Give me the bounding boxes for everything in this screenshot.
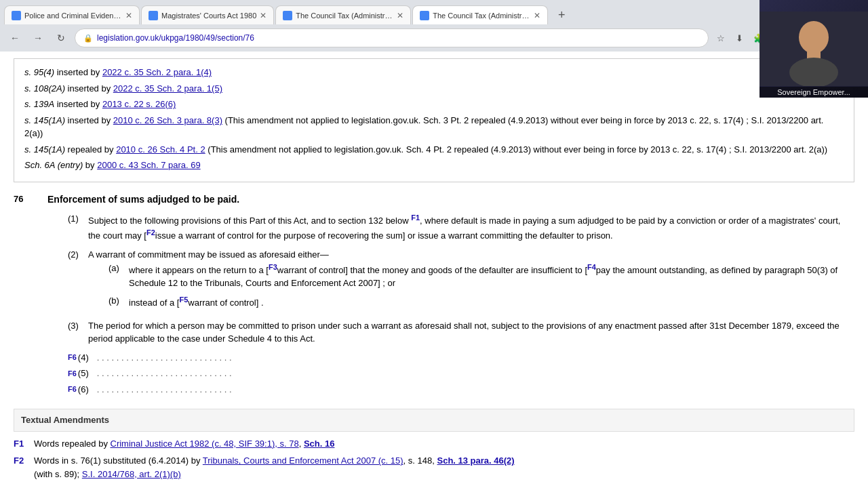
para-num-3: (3) [68,319,88,346]
para-num-1: (1) [68,212,88,243]
section-content: Enforcement of sums adjudged to be paid.… [47,192,854,399]
section-heading: Enforcement of sums adjudged to be paid. [47,194,239,205]
ta-link-f1-1[interactable]: Criminal Justice Act 1982 (c. 48, SIF 39… [111,439,299,449]
footnote-f5[interactable]: F5 [179,296,188,304]
footnote-f2[interactable]: F2 [146,228,155,237]
svg-point-1 [799,21,829,54]
s-ref-1: s. 95(4) [24,67,54,77]
para-2-intro: A warrant of commitment may be issued as… [88,249,329,260]
ta-link-f2-1[interactable]: Tribunals, Courts and Enforcement Act 20… [203,455,403,466]
tab-close-4[interactable]: ✕ [534,11,540,20]
sub-para-num-b: (b) [108,294,129,310]
sub-para-text-b: instead of a [F5warrant of control] . [129,294,854,310]
reload-button[interactable]: ↻ [52,28,71,47]
para-text-1: Subject to the following provisions of t… [88,212,854,243]
lock-icon: 🔒 [83,34,93,43]
save-button[interactable]: ⬇ [732,30,748,46]
footnote-f6-6[interactable]: F6 [68,384,77,395]
s-ref-3: s. 139A [24,99,54,109]
tab-4[interactable]: The Council Tax (Administrat... ✕ [412,5,548,24]
para-num-5: (5) [78,367,97,380]
dots-5: . . . . . . . . . . . . . . . . . . . . … [97,367,232,380]
ta-ref-f1[interactable]: F1 [14,437,34,451]
ta-row-f2: F2 Words in s. 76(1) substituted (6.4.20… [14,454,854,481]
tab-1[interactable]: Police and Criminal Evidence... ✕ [4,5,140,24]
para-text-2: A warrant of commitment may be issued as… [88,248,854,314]
tab-close-3[interactable]: ✕ [397,11,403,20]
para-3: (3) The period for which a person may be… [68,319,854,346]
footnote-f6-4[interactable]: F6 [68,352,77,363]
ta-text-f2: Words in s. 76(1) substituted (6.4.2014)… [34,454,854,481]
url-text: legislation.gov.uk/ukpga/1980/49/section… [97,33,700,43]
url-bar[interactable]: 🔒 legislation.gov.uk/ukpga/1980/49/secti… [75,28,709,47]
tab-favicon-3 [283,11,292,20]
address-bar: ← → ↻ 🔒 legislation.gov.uk/ukpga/1980/49… [0,24,868,52]
tab-2[interactable]: Magistrates' Courts Act 1980 ✕ [141,5,274,24]
para-num-6: (6) [78,383,97,396]
content-area: s. 95(4) inserted by 2022 c. 35 Sch. 2 p… [0,52,868,488]
main-area: s. 95(4) inserted by 2022 c. 35 Sch. 2 p… [0,52,868,488]
amendment-line-1: s. 95(4) inserted by 2022 c. 35 Sch. 2 p… [24,66,844,79]
tab-favicon-1 [12,11,21,20]
textual-amendments-title: Textual Amendments [14,409,854,432]
sub-para-num-a: (a) [108,262,129,290]
back-button[interactable]: ← [5,28,24,47]
ta-link-f2-2[interactable]: Sch. 13 para. 46(2) [437,455,514,466]
video-person: Sovereign Empower... [760,0,868,98]
browser-chrome: Police and Criminal Evidence... ✕ Magist… [0,0,868,52]
footnote-para-6: F6 (6) . . . . . . . . . . . . . . . . .… [68,383,854,396]
footnote-f4[interactable]: F4 [587,263,596,271]
footnote-para-4: F6 (4) . . . . . . . . . . . . . . . . .… [68,351,854,365]
amendment-link-2[interactable]: 2022 c. 35 Sch. 2 para. 1(5) [113,83,222,94]
para-num-2: (2) [68,248,88,314]
tab-close-2[interactable]: ✕ [260,11,267,20]
tab-favicon-4 [420,11,429,20]
person-svg [760,12,868,86]
tab-bar: Police and Criminal Evidence... ✕ Magist… [0,0,868,24]
tab-label-4: The Council Tax (Administrat... [433,12,530,20]
section-number: 76 [14,192,47,206]
forward-button[interactable]: → [28,28,47,47]
section-76: 76 Enforcement of sums adjudged to be pa… [14,192,854,399]
amendment-link-6[interactable]: 2000 c. 43 Sch. 7 para. 69 [97,160,201,170]
amendment-link-1[interactable]: 2022 c. 35 Sch. 2 para. 1(4) [102,67,212,77]
s-ref-2: s. 108(2A) [24,83,65,94]
amendment-link-5[interactable]: 2010 c. 26 Sch. 4 Pt. 2 [116,144,205,155]
star-button[interactable]: ☆ [713,30,729,46]
para-num-4: (4) [78,351,97,365]
video-overlay: Sovereign Empower... [760,0,868,98]
textual-amendments: Textual Amendments F1 Words repealed by … [14,409,854,481]
tab-close-1[interactable]: ✕ [125,11,132,20]
para-1: (1) Subject to the following provisions … [68,212,854,243]
ta-ref-f2[interactable]: F2 [14,454,34,481]
footnote-f3[interactable]: F3 [269,263,277,271]
tab-label-2: Magistrates' Courts Act 1980 [161,12,256,20]
tab-3[interactable]: The Council Tax (Administrat... ✕ [275,5,411,24]
legislation-content: s. 95(4) inserted by 2022 c. 35 Sch. 2 p… [0,52,868,488]
s-ref-6: Sch. 6A (entry) [24,160,83,170]
section-body: (1) Subject to the following provisions … [68,212,854,396]
footnote-f1[interactable]: F1 [411,214,420,222]
footnote-f6-5[interactable]: F6 [68,368,77,380]
amendment-line-3: s. 139A inserted by 2013 c. 22 s. 26(6) [24,98,844,111]
tab-label-1: Police and Criminal Evidence... [24,12,122,20]
para-2: (2) A warrant of commitment may be issue… [68,248,854,314]
amendment-line-5: s. 145(1A) repealed by 2010 c. 26 Sch. 4… [24,143,844,157]
ta-text-f1: Words repealed by Criminal Justice Act 1… [34,437,854,451]
amendment-link-3[interactable]: 2013 c. 22 s. 26(6) [102,99,176,109]
para-text-3: The period for which a person may be com… [88,319,854,346]
tab-favicon-2 [149,11,158,20]
tab-label-3: The Council Tax (Administrat... [296,12,393,20]
new-tab-button[interactable]: + [552,5,571,24]
ta-row-f1: F1 Words repealed by Criminal Justice Ac… [14,437,854,451]
dots-4: . . . . . . . . . . . . . . . . . . . . … [97,351,232,365]
sub-para-text-a: where it appears on the return to a [F3w… [129,262,854,290]
s-ref-5: s. 145(1A) [24,144,65,155]
amendments-box: s. 95(4) inserted by 2022 c. 35 Sch. 2 p… [14,58,854,182]
ta-link-f2-3[interactable]: S.I. 2014/768, art. 2(1)(b) [82,469,181,479]
footnote-para-5: F6 (5) . . . . . . . . . . . . . . . . .… [68,367,854,380]
amendment-link-4[interactable]: 2010 c. 26 Sch. 3 para. 8(3) [113,115,222,125]
ta-link-f1-2[interactable]: Sch. 16 [304,439,335,449]
amendment-line-6: Sch. 6A (entry) by 2000 c. 43 Sch. 7 par… [24,159,844,172]
amendment-line-2: s. 108(2A) inserted by 2022 c. 35 Sch. 2… [24,82,844,96]
